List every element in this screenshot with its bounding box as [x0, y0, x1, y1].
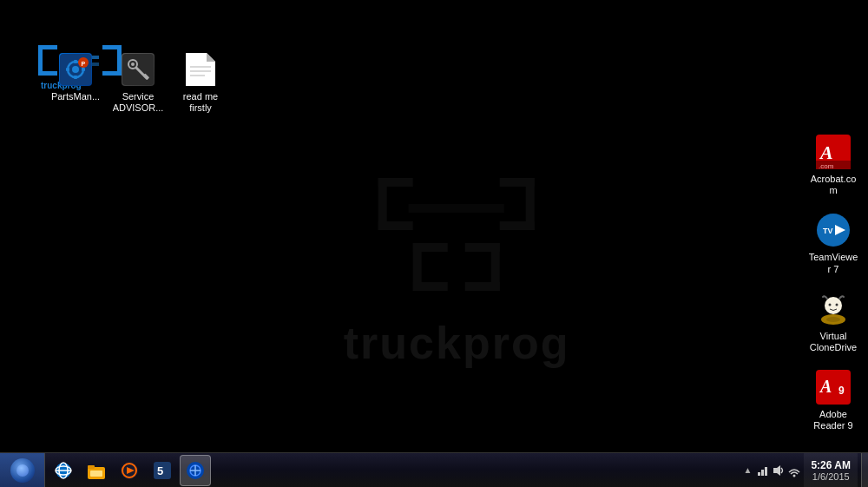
tray-icons: [756, 464, 801, 477]
svg-rect-9: [413, 282, 448, 291]
desktop-watermark: truckprog: [344, 161, 570, 369]
svg-marker-39: [207, 53, 215, 62]
virtualclonedrive-icon-img: [816, 292, 851, 326]
serviceadvisor-label: Service ADVISOR...: [110, 90, 166, 115]
watermark-brand-text: truckprog: [344, 317, 570, 369]
partsmanager-label: PartsMan...: [49, 90, 102, 103]
show-desktop-button[interactable]: [861, 453, 868, 488]
svg-text:TV: TV: [823, 227, 833, 235]
tray-expand-button[interactable]: ▲: [742, 465, 754, 475]
svg-rect-30: [82, 68, 85, 71]
desktop-icon-virtualclonedrive[interactable]: Virtual CloneDrive: [806, 292, 861, 354]
partsmanager-icon-img: P: [58, 52, 93, 87]
adobereader-icon-img: A 9: [816, 370, 851, 405]
teamviewer-icon-img: TV: [816, 213, 851, 247]
svg-rect-79: [758, 472, 760, 476]
tray-icon-network[interactable]: [756, 464, 770, 477]
taskbar-icon-wmp[interactable]: [114, 455, 145, 486]
tray-icon-wifi[interactable]: [787, 464, 801, 477]
clock-area[interactable]: 5:26 AM 1/6/2015: [804, 453, 858, 488]
taskbar-icon-explorer[interactable]: [81, 455, 112, 486]
svg-text:.com: .com: [819, 162, 834, 169]
svg-rect-14: [38, 45, 43, 76]
svg-point-35: [131, 63, 135, 66]
desktop-icon-adobereader[interactable]: A 9 Adobe Reader 9: [806, 370, 861, 432]
svg-rect-29: [66, 68, 69, 71]
desktop-icon-readmefirst[interactable]: read me firstly: [173, 52, 228, 115]
serviceadvisor-icon-img: [121, 52, 155, 87]
svg-rect-2: [378, 221, 413, 230]
start-button[interactable]: [0, 453, 45, 488]
svg-rect-6: [409, 204, 504, 213]
svg-text:A: A: [819, 141, 833, 163]
acrobat-icon-img: A .com: [816, 135, 851, 169]
svg-rect-5: [500, 221, 535, 230]
system-tray: ▲: [739, 453, 861, 488]
taskbar-icon-app6[interactable]: [180, 455, 211, 486]
adobereader-label: Adobe Reader 9: [806, 408, 861, 432]
svg-point-51: [836, 303, 838, 306]
svg-text:9: 9: [838, 385, 845, 397]
readmefirst-icon-img: [183, 52, 218, 87]
svg-point-50: [829, 303, 832, 306]
clock-date: 1/6/2015: [811, 471, 851, 482]
svg-rect-69: [90, 471, 102, 477]
clock-time: 5:26 AM: [811, 459, 851, 471]
desktop-icon-acrobat[interactable]: A .com Acrobat.com: [806, 135, 861, 197]
desktop-icons-topleft: P PartsMan... Service ADVISOR...: [48, 52, 228, 115]
svg-text:A: A: [819, 377, 832, 396]
svg-rect-28: [74, 76, 77, 79]
svg-point-26: [72, 66, 79, 73]
taskbar-icon-ie[interactable]: [48, 455, 79, 486]
svg-text:P: P: [82, 61, 86, 67]
svg-rect-12: [465, 282, 500, 291]
svg-point-83: [793, 474, 796, 477]
desktop-icon-serviceadvisor[interactable]: Service ADVISOR...: [110, 52, 166, 115]
acrobat-label: Acrobat.com: [806, 173, 861, 197]
svg-rect-68: [88, 465, 95, 469]
svg-text:5: 5: [157, 464, 163, 477]
svg-point-53: [826, 317, 840, 322]
taskbar-pinned-icons: 5: [45, 453, 214, 488]
svg-rect-27: [74, 60, 77, 63]
virtualclonedrive-label: Virtual CloneDrive: [806, 330, 861, 354]
taskbar-icon-app5[interactable]: 5: [147, 455, 178, 486]
taskbar: 5 ▲: [0, 452, 868, 487]
desktop-icon-teamviewer[interactable]: TV TeamViewer 7: [806, 213, 861, 275]
teamviewer-label: TeamViewer 7: [806, 251, 861, 275]
svg-rect-81: [765, 467, 767, 476]
readmefirst-label: read me firstly: [173, 90, 228, 115]
tray-icon-volume[interactable]: [772, 464, 786, 477]
desktop-icons-right: A .com Acrobat.com TV TeamViewer 7: [806, 135, 861, 487]
start-orb-inner: [16, 464, 29, 477]
svg-marker-82: [773, 465, 780, 476]
svg-rect-80: [761, 470, 764, 476]
desktop-icon-partsmanager[interactable]: P PartsMan...: [48, 52, 103, 115]
start-orb: [10, 458, 35, 483]
